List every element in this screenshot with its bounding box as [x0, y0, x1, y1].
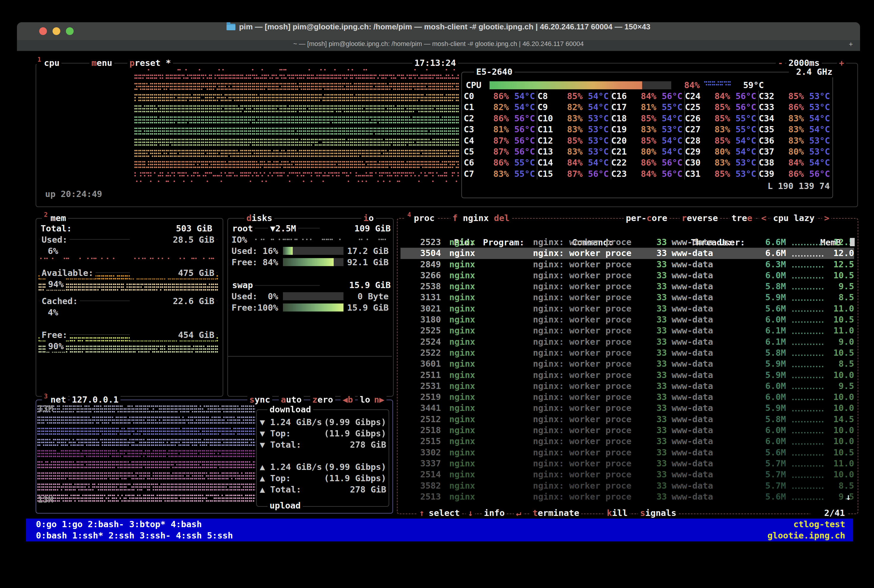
- proc-reverse-toggle[interactable]: reverse: [680, 212, 720, 224]
- core-usage: 81%: [633, 102, 656, 113]
- process-prog: nginx: [441, 248, 533, 259]
- net-history-graph: [36, 405, 255, 507]
- proc-tree-toggle[interactable]: tree: [730, 212, 754, 224]
- proc-sort-prev-button[interactable]: <: [759, 212, 768, 224]
- proc-kill-button[interactable]: kill: [605, 507, 630, 519]
- process-cpu-graph: [791, 336, 825, 347]
- process-cmd: nginx: worker proce: [533, 381, 644, 392]
- core-name: C28: [685, 135, 706, 146]
- core-temp: 56°C: [730, 91, 756, 102]
- process-row[interactable]: 2538nginxnginx: worker proce33www-data5.…: [400, 281, 854, 292]
- process-row[interactable]: 2519nginxnginx: worker proce33www-data6.…: [400, 392, 854, 403]
- disks-io-toggle[interactable]: io: [361, 212, 376, 224]
- core-temp: 56°C: [804, 168, 830, 180]
- process-thr: 33: [644, 237, 667, 248]
- process-pid: 2525: [400, 325, 441, 336]
- process-row[interactable]: 3504nginxnginx: worker proce33www-data6.…: [400, 248, 854, 259]
- core-usage: 80%: [633, 146, 656, 157]
- core-name: C29: [685, 146, 706, 157]
- process-row[interactable]: 3582nginxnginx: worker proce33www-data5.…: [400, 480, 854, 491]
- process-row[interactable]: 2523nginxnginx: worker proce33www-data6.…: [400, 237, 854, 248]
- process-row[interactable]: 2518nginxnginx: worker proce33www-data6.…: [400, 425, 854, 436]
- process-row[interactable]: 2531nginxnginx: worker proce33www-data6.…: [400, 381, 854, 392]
- process-cpu: 8.5: [825, 358, 854, 369]
- tmux-window-list[interactable]: 0:go 1:go 2:bash- 3:btop* 4:bash: [36, 519, 202, 530]
- mem-available-value: 475 GiB: [130, 267, 217, 279]
- core-row: C182%54°CC982%54°CC1781%55°CC2585%56°CC3…: [464, 102, 832, 113]
- core-cell: C381%56°C: [464, 124, 537, 135]
- menu-button[interactable]: menu: [89, 57, 114, 69]
- process-mem: 5.8M: [733, 281, 786, 292]
- tab-title[interactable]: ~ — [mosh] pim@glootie.ipng.ch: /home/pi…: [17, 40, 860, 51]
- process-row[interactable]: 2515nginxnginx: worker proce33www-data6.…: [400, 436, 854, 447]
- process-row[interactable]: 3266nginxnginx: worker proce33www-data6.…: [400, 270, 854, 281]
- process-mem: 5.7M: [733, 480, 786, 491]
- disk-root-name: root: [230, 223, 255, 234]
- interval-increase-button[interactable]: +: [837, 57, 846, 69]
- tab-bar[interactable]: ~ — [mosh] pim@glootie.ipng.ch: /home/pi…: [17, 40, 860, 51]
- proc-select-up-icon[interactable]: ↑: [417, 507, 426, 519]
- process-pid: 3441: [400, 403, 441, 414]
- core-usage: 80%: [780, 146, 804, 157]
- process-row[interactable]: 3441nginxnginx: worker proce33www-data5.…: [400, 403, 854, 414]
- process-prog: nginx: [441, 414, 533, 425]
- core-cell: C086%54°C: [464, 91, 537, 102]
- core-cell: C1383%53°C: [537, 146, 611, 157]
- process-cpu: 12.5: [825, 259, 854, 270]
- core-cell: C2180%54°C: [611, 146, 685, 157]
- net-zero-button[interactable]: zero: [310, 394, 335, 405]
- proc-filter[interactable]: f nginx del: [450, 212, 511, 224]
- process-row[interactable]: 2513nginxnginx: worker proce33www-data5.…: [400, 491, 854, 502]
- process-row[interactable]: 2511nginxnginx: worker proce33www-data5.…: [400, 370, 854, 381]
- process-row[interactable]: 2522nginxnginx: worker proce33www-data5.…: [400, 347, 854, 358]
- proc-info-button[interactable]: info: [482, 507, 507, 519]
- process-row[interactable]: 3337nginxnginx: worker proce33www-data5.…: [400, 458, 854, 469]
- net-box-title[interactable]: net: [48, 394, 68, 405]
- interval-decrease-button[interactable]: -: [776, 57, 785, 69]
- process-row[interactable]: 3021nginxnginx: worker proce33www-data5.…: [400, 303, 854, 314]
- core-cell: C1285%53°C: [537, 135, 611, 146]
- mem-box-title[interactable]: mem: [48, 212, 68, 224]
- process-cpu: 9.5: [825, 381, 854, 392]
- net-next-iface-button[interactable]: n▶: [372, 394, 387, 405]
- process-cpu: 8.5: [825, 480, 854, 491]
- disks-box-title[interactable]: disks: [244, 212, 274, 224]
- new-tab-button[interactable]: +: [846, 40, 856, 51]
- screen-window-list[interactable]: 0:bash 1:ssh* 2:ssh 3:ssh- 4:ssh 5:ssh: [36, 530, 233, 541]
- process-cpu: 11.0: [825, 303, 854, 314]
- proc-box-title[interactable]: proc: [412, 212, 437, 224]
- process-pid: 2514: [400, 469, 441, 480]
- cpu-box-title[interactable]: cpu: [42, 57, 62, 69]
- process-row[interactable]: 3180nginxnginx: worker proce33www-data6.…: [400, 314, 854, 325]
- proc-scrollbar-thumb[interactable]: [850, 238, 855, 246]
- window-titlebar[interactable]: pim — [mosh] pim@glootie.ipng.ch: /home/…: [17, 22, 860, 40]
- core-temp: 53°C: [804, 135, 830, 146]
- proc-percore-toggle[interactable]: per-core: [624, 212, 669, 224]
- net-prev-iface-button[interactable]: ◀b: [340, 394, 355, 405]
- disk-swap-used-percent: 0%: [251, 291, 278, 302]
- proc-terminate-button[interactable]: terminate: [531, 507, 581, 519]
- preset-button[interactable]: preset *: [127, 57, 173, 69]
- proc-select-down-icon[interactable]: ↓: [466, 507, 475, 519]
- process-row[interactable]: 2525nginxnginx: worker proce33www-data6.…: [400, 325, 854, 336]
- process-row[interactable]: 3601nginxnginx: worker proce33www-data5.…: [400, 358, 854, 369]
- process-row[interactable]: 2849nginxnginx: worker proce33www-data6.…: [400, 259, 854, 270]
- core-usage: 85%: [780, 91, 804, 102]
- process-row[interactable]: 2512nginxnginx: worker proce33www-data5.…: [400, 414, 854, 425]
- proc-scroll-down-icon[interactable]: ↓: [846, 491, 851, 502]
- process-user: www-data: [667, 425, 733, 436]
- process-cpu: 10.0: [825, 403, 854, 414]
- core-usage: 86%: [780, 168, 804, 180]
- mem-used-percent: 6%: [48, 245, 58, 256]
- process-thr: 33: [644, 281, 667, 292]
- net-scale-bottom: 13M: [38, 494, 53, 505]
- process-row[interactable]: 2514nginxnginx: worker proce33www-data5.…: [400, 469, 854, 480]
- proc-enter-icon[interactable]: ↵: [514, 507, 523, 519]
- process-row[interactable]: 2524nginxnginx: worker proce33www-data6.…: [400, 336, 854, 347]
- process-row[interactable]: 3302nginxnginx: worker proce33www-data5.…: [400, 447, 854, 458]
- proc-signals-button[interactable]: signals: [638, 507, 678, 519]
- proc-sort-next-button[interactable]: >: [822, 212, 831, 224]
- process-row[interactable]: 3131nginxnginx: worker proce33www-data5.…: [400, 292, 854, 303]
- core-usage: 84%: [706, 91, 730, 102]
- core-temp: 53°C: [582, 124, 609, 135]
